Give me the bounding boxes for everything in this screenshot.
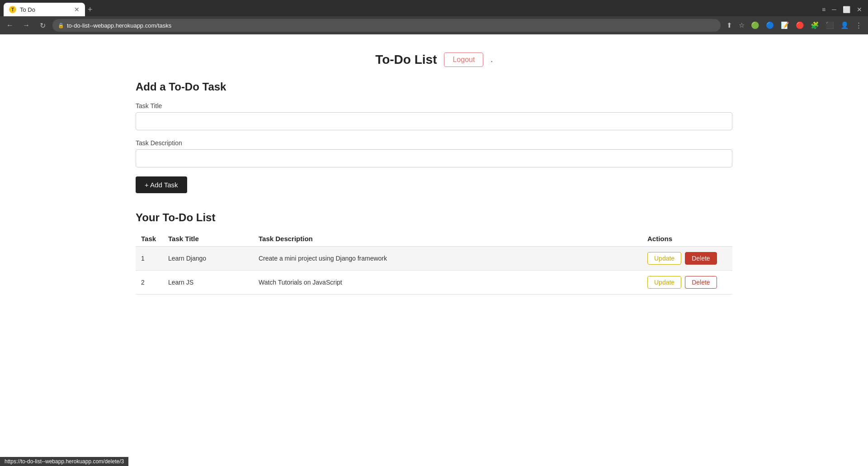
tab-close-button[interactable]: ✕ (74, 6, 80, 13)
extension-icon-3[interactable]: 📝 (778, 19, 792, 31)
extension-icon-4[interactable]: 🔴 (793, 19, 807, 31)
task-description-group: Task Description (136, 139, 732, 167)
nav-actions: ⬆ ☆ 🟢 🔵 📝 🔴 🧩 ⬛ 👤 ⋮ (724, 19, 864, 31)
table-row: 1Learn DjangoCreate a mini project using… (136, 247, 732, 271)
task-table-body: 1Learn DjangoCreate a mini project using… (136, 247, 732, 295)
task-number: 1 (136, 247, 163, 271)
col-task: Task (136, 231, 163, 247)
page-title: To-Do List (375, 52, 437, 67)
browser-chrome: T To Do ✕ + ≡ ─ ⬜ ✕ ← → ↻ 🔒 to-do-list--… (0, 0, 868, 34)
profile-icon[interactable]: 👤 (838, 19, 851, 31)
delete-button[interactable]: Delete (685, 252, 717, 265)
nav-bar: ← → ↻ 🔒 to-do-list--webapp.herokuapp.com… (0, 16, 868, 34)
close-window-button[interactable]: ✕ (854, 5, 864, 14)
tab-title: To Do (20, 6, 71, 13)
header-row: Task Task Title Task Description Actions (136, 231, 732, 247)
tab-favicon: T (9, 6, 16, 13)
sidebar-icon[interactable]: ⬛ (823, 19, 836, 31)
bookmark-icon[interactable]: ☆ (736, 19, 747, 31)
back-button[interactable]: ← (4, 19, 16, 32)
todo-list-section: Your To-Do List Task Task Title Task Des… (136, 211, 732, 295)
tab-list-button[interactable]: ≡ (820, 5, 828, 14)
page-content: To-Do List Logout . Add a To-Do Task Tas… (118, 34, 750, 304)
delete-button[interactable]: Delete (685, 276, 717, 289)
add-task-button[interactable]: + Add Task (136, 176, 187, 193)
task-title-input[interactable] (136, 112, 732, 130)
extension-icon-1[interactable]: 🟢 (749, 19, 762, 31)
tab-bar-right-controls: ≡ ─ ⬜ ✕ (820, 5, 864, 14)
update-button[interactable]: Update (647, 252, 681, 265)
task-actions-cell: UpdateDelete (642, 271, 732, 295)
col-actions: Actions (642, 231, 732, 247)
add-task-title: Add a To-Do Task (136, 81, 732, 93)
task-title-label: Task Title (136, 102, 732, 109)
extension-icon-2[interactable]: 🔵 (764, 19, 777, 31)
address-bar[interactable]: 🔒 to-do-list--webapp.herokuapp.com/tasks (52, 19, 721, 32)
restore-button[interactable]: ⬜ (840, 5, 853, 14)
task-title-group: Task Title (136, 102, 732, 130)
task-table: Task Task Title Task Description Actions… (136, 231, 732, 295)
address-text: to-do-list--webapp.herokuapp.com/tasks (67, 22, 171, 29)
add-task-section: Add a To-Do Task Task Title Task Descrip… (136, 81, 732, 207)
task-actions-cell: UpdateDelete (642, 247, 732, 271)
table-row: 2Learn JSWatch Tutorials on JavaScriptUp… (136, 271, 732, 295)
share-icon[interactable]: ⬆ (724, 19, 735, 31)
active-tab: T To Do ✕ (4, 3, 85, 16)
task-title-cell: Learn Django (163, 247, 253, 271)
menu-icon[interactable]: ⋮ (853, 19, 864, 31)
task-table-header: Task Task Title Task Description Actions (136, 231, 732, 247)
update-button[interactable]: Update (647, 276, 681, 289)
col-description: Task Description (253, 231, 642, 247)
logout-button[interactable]: Logout (444, 52, 483, 67)
task-number: 2 (136, 271, 163, 295)
extension-icon-5[interactable]: 🧩 (808, 19, 821, 31)
page-header: To-Do List Logout . (136, 43, 732, 81)
actions-cell: UpdateDelete (647, 276, 727, 289)
task-description-cell: Create a mini project using Django frame… (253, 247, 642, 271)
minimize-button[interactable]: ─ (830, 5, 839, 14)
new-tab-button[interactable]: + (88, 5, 93, 14)
actions-cell: UpdateDelete (647, 252, 727, 265)
tab-bar: T To Do ✕ + ≡ ─ ⬜ ✕ (0, 0, 868, 16)
forward-button[interactable]: → (20, 19, 33, 32)
todo-section-title: Your To-Do List (136, 211, 732, 224)
task-description-label: Task Description (136, 139, 732, 147)
task-description-input[interactable] (136, 149, 732, 167)
reload-button[interactable]: ↻ (36, 19, 49, 32)
lock-icon: 🔒 (58, 23, 64, 29)
task-title-cell: Learn JS (163, 271, 253, 295)
col-title: Task Title (163, 231, 253, 247)
task-description-cell: Watch Tutorials on JavaScript (253, 271, 642, 295)
